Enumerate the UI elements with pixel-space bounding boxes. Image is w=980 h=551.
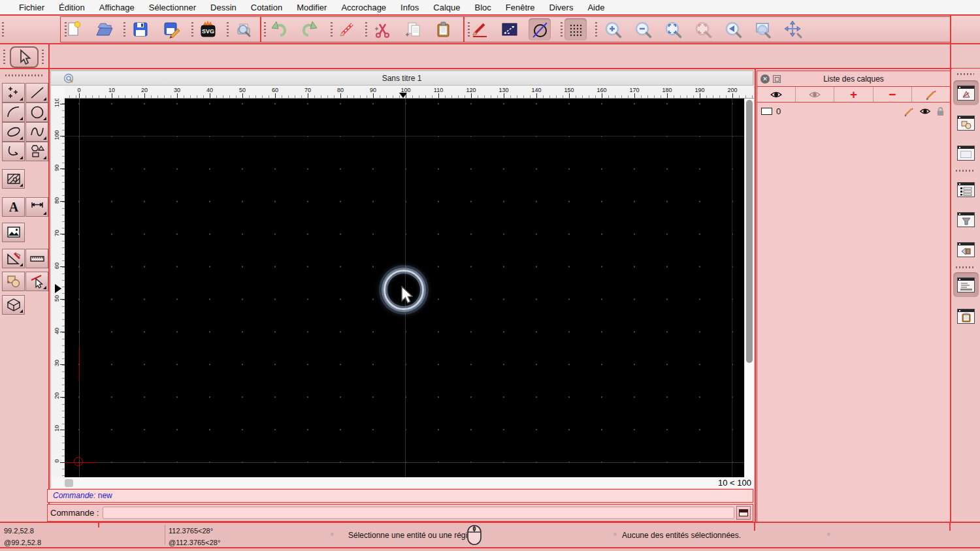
solid-3d-tool[interactable]	[2, 295, 25, 315]
menu-item-selectionner[interactable]: Sélectionner	[142, 3, 203, 12]
drawing-canvas[interactable]	[65, 99, 744, 477]
horizontal-scrollbar-thumb[interactable]	[65, 479, 73, 487]
spline-tool[interactable]	[25, 122, 48, 142]
points-tool[interactable]	[2, 83, 25, 102]
export-svg-button[interactable]: SVG	[197, 18, 219, 40]
selection-tool-button[interactable]	[10, 46, 39, 68]
image-tool[interactable]	[2, 223, 25, 242]
save-button[interactable]	[129, 18, 152, 40]
dimension-tool[interactable]	[25, 197, 48, 217]
polyline-tool[interactable]	[2, 142, 25, 161]
revert-action-button[interactable]	[336, 18, 358, 40]
menu-item-infos[interactable]: Infos	[393, 3, 426, 12]
order-tool[interactable]	[2, 272, 25, 291]
toolbar-handle[interactable]	[191, 22, 193, 38]
v-ruler-label: 100	[54, 129, 60, 141]
menu-item-bloc[interactable]: Bloc	[467, 3, 498, 12]
menu-item-edition[interactable]: Édition	[52, 3, 92, 12]
save-as-button[interactable]	[160, 18, 182, 40]
remove-layer-button[interactable]: −	[874, 87, 912, 102]
circle-tool[interactable]	[25, 102, 48, 122]
drawing-window-titlebar[interactable]: Sans titre 1	[51, 71, 753, 86]
vertical-scrollbar[interactable]	[744, 99, 754, 477]
toolbar-handle[interactable]	[264, 22, 266, 38]
add-layer-button[interactable]: +	[834, 87, 873, 102]
menu-item-modifier[interactable]: Modifier	[289, 3, 334, 12]
dock-handle[interactable]	[957, 73, 974, 75]
absolute-polar-coordinates: 112.3765<28°	[169, 527, 213, 535]
command-input[interactable]	[103, 507, 734, 519]
h-ruler-tick	[308, 93, 308, 98]
svg-text:SVG: SVG	[202, 28, 214, 35]
cut-button[interactable]	[371, 18, 393, 40]
attributes-button[interactable]	[468, 18, 491, 40]
hide-all-layers-button[interactable]	[796, 87, 834, 102]
layer-list-dock-button[interactable]	[953, 80, 979, 105]
command-widget-dock-button[interactable]	[953, 272, 979, 297]
hatch-tool[interactable]	[2, 169, 25, 189]
measure-tool[interactable]	[25, 249, 48, 268]
toolbar-handle[interactable]	[331, 22, 333, 38]
pencil-eraser-icon	[338, 20, 356, 39]
line-tool[interactable]	[25, 83, 48, 102]
menu-item-fichier[interactable]: Fichier	[12, 3, 52, 12]
menu-item-divers[interactable]: Divers	[542, 3, 581, 12]
edit-layer-button[interactable]	[912, 87, 950, 102]
vertical-scrollbar-thumb[interactable]	[746, 100, 753, 363]
paste-button[interactable]	[432, 18, 454, 40]
toolbar-handle[interactable]	[227, 22, 229, 38]
layer-edit-pencil-icon[interactable]	[904, 106, 914, 117]
toolbar-handle[interactable]	[3, 50, 5, 65]
undo-button[interactable]	[268, 18, 290, 40]
library-browser-dock-button[interactable]	[953, 140, 979, 165]
text-tool[interactable]: A	[2, 197, 25, 217]
clipboard-dock-button[interactable]	[953, 304, 979, 328]
palette-handle[interactable]	[5, 74, 43, 76]
show-all-layers-button[interactable]	[757, 87, 796, 102]
toolbar-handle[interactable]	[561, 22, 563, 38]
menu-item-cotation[interactable]: Cotation	[244, 3, 289, 12]
menu-item-calque[interactable]: Calque	[426, 3, 467, 12]
command-dock-button[interactable]	[736, 506, 751, 520]
filter-dock-button[interactable]	[953, 207, 979, 232]
window-zoom-button[interactable]	[752, 18, 774, 40]
open-file-button[interactable]	[93, 18, 116, 40]
layer-lock-icon[interactable]	[936, 106, 945, 116]
entity-attributes-toggle[interactable]	[529, 18, 551, 40]
toolbar-handle[interactable]	[2, 22, 4, 38]
command-history-label: Commande:	[53, 491, 95, 500]
select-entity-tool[interactable]	[25, 272, 48, 291]
toolbar-handle[interactable]	[365, 22, 367, 38]
menu-item-dessin[interactable]: Dessin	[203, 3, 244, 12]
layer-color-swatch[interactable]	[761, 108, 772, 115]
toolbar-handle[interactable]	[595, 22, 597, 38]
toolbar-handle[interactable]	[123, 22, 125, 38]
layer-visibility-eye-icon[interactable]	[919, 107, 931, 116]
menu-item-affichage[interactable]: Affichage	[92, 3, 142, 12]
menu-item-accrochage[interactable]: Accrochage	[334, 3, 393, 12]
auto-zoom-button[interactable]	[662, 18, 684, 40]
zoom-redraw-button[interactable]	[722, 18, 744, 40]
shapes-tool[interactable]	[25, 142, 48, 161]
menu-item-aide[interactable]: Aide	[580, 3, 612, 12]
grid-toggle[interactable]	[564, 18, 587, 40]
toolbar-handle[interactable]	[42, 50, 44, 65]
ellipse-tool[interactable]	[2, 122, 25, 142]
print-preview-button[interactable]	[233, 18, 255, 40]
float-panel-icon[interactable]	[773, 75, 781, 83]
menu-item-fenetre[interactable]: Fenêtre	[498, 3, 542, 12]
block-insert-dock-button[interactable]	[953, 237, 979, 262]
entity-list-dock-button[interactable]	[953, 177, 979, 202]
new-document-button[interactable]	[63, 18, 85, 40]
zoom-out-button[interactable]	[632, 18, 654, 40]
properties-button[interactable]	[498, 18, 521, 40]
redo-button[interactable]	[299, 18, 321, 40]
block-list-dock-button[interactable]	[953, 110, 979, 135]
layer-row[interactable]: 0	[757, 104, 950, 119]
modify-tool[interactable]	[2, 249, 25, 268]
pan-zoom-button[interactable]	[782, 18, 804, 40]
copy-button[interactable]	[402, 18, 424, 40]
arc-tool[interactable]	[2, 102, 25, 122]
zoom-in-button[interactable]	[602, 18, 624, 40]
zoom-previous-button[interactable]	[692, 18, 714, 40]
